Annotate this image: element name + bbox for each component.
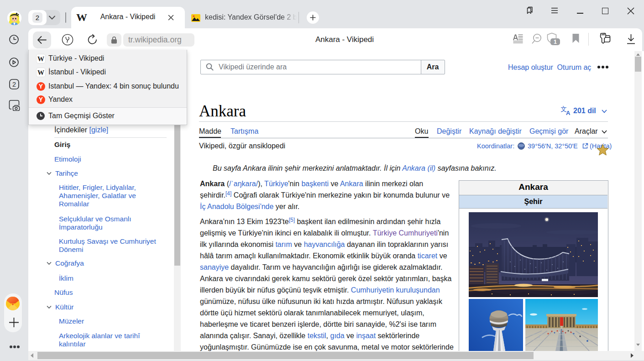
svg-text:2: 2 <box>12 81 16 88</box>
svg-text:A: A <box>566 110 571 115</box>
svg-text:1: 1 <box>554 39 557 45</box>
